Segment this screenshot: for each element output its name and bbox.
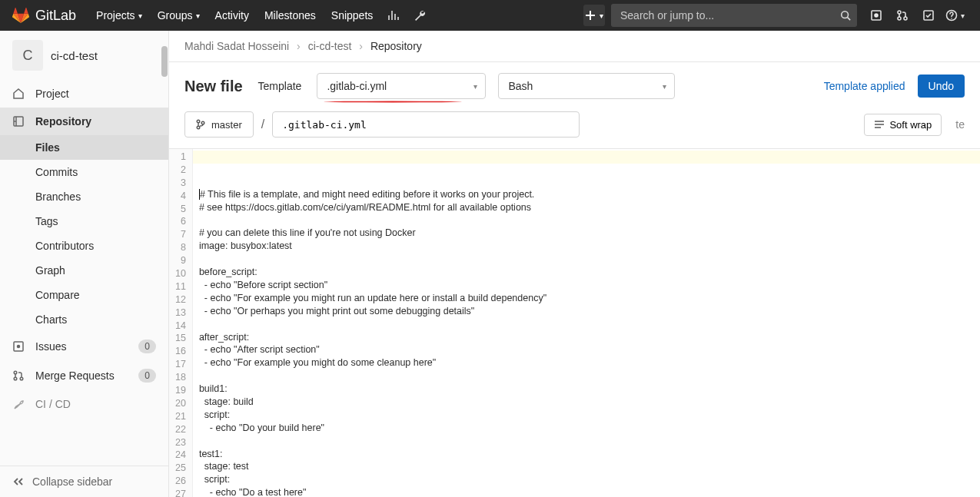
- line-gutter: 1234567891011121314151617181920212223242…: [169, 149, 193, 497]
- new-dropdown-button[interactable]: ▾: [583, 5, 605, 26]
- svg-point-12: [14, 377, 17, 380]
- sidebar-repository-label: Repository: [35, 115, 156, 128]
- sidebar-sub-graph[interactable]: Graph: [0, 258, 168, 283]
- mrs-count: 0: [138, 369, 156, 383]
- analytics-icon[interactable]: [380, 0, 407, 31]
- template-type-select[interactable]: Bash ▾: [498, 73, 675, 99]
- gitlab-logo[interactable]: GitLab: [12, 7, 76, 24]
- merge-request-icon[interactable]: [889, 0, 915, 31]
- nav-projects[interactable]: Projects▾: [88, 0, 150, 31]
- page-title: New file: [184, 78, 243, 95]
- top-navbar: GitLab Projects▾ Groups▾ Activity Milest…: [0, 0, 980, 31]
- search-input[interactable]: [611, 4, 857, 27]
- branch-name: master: [211, 119, 242, 131]
- sidebar: C ci-cd-test Project Repository Files Co…: [0, 31, 169, 497]
- sidebar-project[interactable]: Project: [0, 80, 168, 108]
- folder-icon: [12, 115, 28, 128]
- filename-input[interactable]: [272, 111, 580, 138]
- softwrap-icon: [874, 119, 885, 130]
- svg-point-4: [898, 17, 901, 20]
- sidebar-merge-requests[interactable]: Merge Requests 0: [0, 361, 168, 390]
- issues-icon[interactable]: [863, 0, 889, 31]
- template-applied-msg[interactable]: Template applied: [824, 80, 905, 92]
- svg-point-16: [201, 121, 204, 124]
- scrollbar[interactable]: [160, 31, 169, 77]
- svg-point-10: [18, 346, 20, 348]
- sidebar-cicd[interactable]: CI / CD: [0, 390, 168, 418]
- svg-point-3: [898, 11, 901, 14]
- svg-point-14: [197, 120, 200, 123]
- todos-icon[interactable]: [915, 0, 942, 31]
- svg-point-11: [14, 371, 17, 374]
- nav-snippets[interactable]: Snippets: [324, 0, 380, 31]
- caret-down-icon: ▾: [663, 82, 666, 91]
- nav-milestones-label: Milestones: [264, 9, 316, 22]
- sidebar-sub-contributors[interactable]: Contributors: [0, 234, 168, 258]
- collapse-sidebar[interactable]: Collapse sidebar: [0, 466, 168, 497]
- merge-request-icon: [12, 369, 28, 382]
- project-header[interactable]: C ci-cd-test: [0, 31, 168, 80]
- branch-icon: [196, 119, 205, 130]
- caret-down-icon: ▾: [961, 12, 965, 20]
- current-line-highlight: [193, 151, 980, 164]
- branch-selector[interactable]: master: [184, 111, 254, 138]
- sidebar-mrs-label: Merge Requests: [35, 369, 138, 382]
- wrench-icon[interactable]: [407, 0, 433, 31]
- softwrap-label: Soft wrap: [889, 119, 932, 131]
- help-icon[interactable]: ▾: [942, 0, 968, 31]
- caret-down-icon: ▾: [473, 82, 477, 91]
- svg-point-15: [197, 126, 200, 129]
- code-editor[interactable]: 1234567891011121314151617181920212223242…: [169, 148, 980, 497]
- sidebar-sub-files[interactable]: Files: [0, 135, 168, 160]
- file-row: master / Soft wrap te: [169, 107, 980, 148]
- path-separator: /: [261, 118, 264, 131]
- editor-extra: te: [949, 118, 965, 131]
- sidebar-sub-charts[interactable]: Charts: [0, 307, 168, 332]
- sidebar-project-label: Project: [35, 88, 156, 100]
- sidebar-repository[interactable]: Repository: [0, 108, 168, 135]
- issues-icon: [12, 340, 28, 353]
- nav-groups-label: Groups: [158, 9, 193, 22]
- rocket-icon: [12, 398, 28, 410]
- nav-activity[interactable]: Activity: [208, 0, 257, 31]
- caret-down-icon: ▾: [600, 12, 603, 20]
- search-wrapper: [611, 4, 857, 27]
- undo-button[interactable]: Undo: [918, 75, 965, 98]
- collapse-label: Collapse sidebar: [32, 475, 112, 488]
- sidebar-sub-commits[interactable]: Commits: [0, 160, 168, 184]
- code-area[interactable]: # This file is a template, and might nee…: [193, 149, 980, 497]
- sidebar-issues-label: Issues: [35, 340, 138, 353]
- softwrap-button[interactable]: Soft wrap: [864, 114, 942, 136]
- brand-text: GitLab: [35, 8, 76, 24]
- nav-activity-label: Activity: [215, 9, 249, 22]
- sidebar-sub-tags[interactable]: Tags: [0, 209, 168, 234]
- sidebar-sub-branches[interactable]: Branches: [0, 184, 168, 209]
- caret-down-icon: ▾: [138, 12, 142, 20]
- crumb-owner[interactable]: Mahdi Sadat Hosseini: [184, 40, 289, 52]
- search-icon: [840, 10, 851, 21]
- crumb-project[interactable]: ci-cd-test: [308, 40, 352, 52]
- crumb-current: Repository: [370, 40, 422, 52]
- template-label: Template: [258, 80, 305, 92]
- svg-point-2: [875, 14, 878, 17]
- breadcrumb-sep: ›: [359, 40, 363, 52]
- sidebar-sub-compare[interactable]: Compare: [0, 283, 168, 307]
- sidebar-cicd-label: CI / CD: [35, 398, 156, 410]
- breadcrumb-sep: ›: [297, 40, 301, 52]
- svg-point-5: [904, 17, 907, 20]
- nav-snippets-label: Snippets: [331, 9, 373, 22]
- breadcrumbs: Mahdi Sadat Hosseini › ci-cd-test › Repo…: [169, 31, 980, 62]
- nav-milestones[interactable]: Milestones: [257, 0, 324, 31]
- sidebar-issues[interactable]: Issues 0: [0, 332, 168, 361]
- home-icon: [12, 88, 28, 100]
- template-select-value: .gitlab-ci.yml: [327, 80, 387, 92]
- nav-groups[interactable]: Groups▾: [150, 0, 208, 31]
- svg-point-0: [842, 12, 849, 18]
- project-avatar: C: [12, 40, 43, 71]
- template-select[interactable]: .gitlab-ci.yml ▾: [317, 73, 486, 99]
- svg-point-13: [20, 377, 23, 380]
- nav-projects-label: Projects: [96, 9, 135, 22]
- template-type-value: Bash: [508, 80, 533, 92]
- chevron-left-icon: [12, 475, 25, 488]
- title-row: New file Template .gitlab-ci.yml ▾ Bash …: [169, 62, 980, 107]
